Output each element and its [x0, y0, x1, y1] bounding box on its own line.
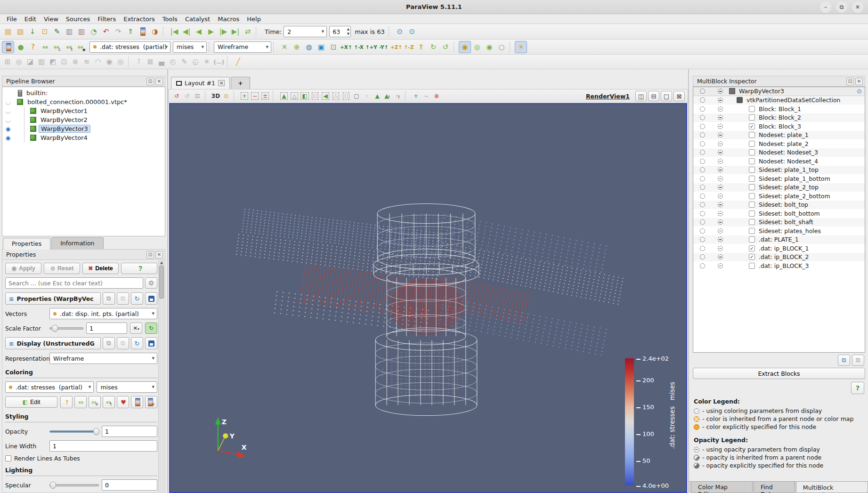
block-row[interactable]: Sideset: bolt_bottom: [693, 209, 865, 218]
tab-information[interactable]: Information: [51, 237, 103, 249]
menu-item[interactable]: Sources: [62, 15, 94, 24]
close-panel-button[interactable]: ✕: [855, 78, 863, 85]
block-label[interactable]: Nodeset: Nodeset_3: [759, 149, 818, 156]
set-view-minus-y-icon[interactable]: -Y↑: [378, 41, 390, 53]
opacity-inherit-icon[interactable]: [718, 228, 723, 234]
python-calculator-icon[interactable]: {…}: [212, 56, 225, 67]
block-label[interactable]: .dat: PLATE_1: [759, 236, 799, 243]
save-data-icon[interactable]: ↓: [26, 25, 39, 38]
multiblock-root-row[interactable]: WarpByVector3 ⊙: [693, 87, 865, 96]
rescale-data-range-icon[interactable]: ⇔: [39, 41, 51, 53]
warp-by-vector-icon[interactable]: ◠: [92, 56, 104, 67]
opacity-inherit-icon[interactable]: [718, 237, 723, 242]
menu-item[interactable]: File: [3, 15, 21, 24]
block-checkbox[interactable]: [749, 193, 755, 199]
point-tooltip-icon[interactable]: ◦?: [392, 91, 403, 101]
rotate-90-cw-icon[interactable]: ↻: [427, 41, 439, 53]
pipeline-item[interactable]: WarpByVector4: [2, 133, 165, 142]
play-backward-icon[interactable]: ◀: [193, 25, 205, 38]
color-inherit-icon[interactable]: [700, 211, 705, 216]
load-state-icon[interactable]: ⇑: [124, 25, 137, 38]
plot-over-time-icon[interactable]: ◴: [167, 56, 178, 67]
block-label[interactable]: Sideset: bolt_shaft: [759, 218, 813, 226]
rescale-custom-range-icon[interactable]: ⇔c: [51, 41, 63, 53]
render-lines-as-tubes-checkbox[interactable]: [5, 455, 11, 461]
opacity-inherit-icon[interactable]: [718, 219, 723, 225]
block-label[interactable]: Block: Block_1: [759, 105, 801, 113]
pipeline-item[interactable]: builtin:: [2, 89, 165, 97]
rescale-temporal-icon[interactable]: ⇔e: [89, 396, 101, 408]
minimize-button[interactable]: –: [820, 1, 831, 13]
block-checkbox[interactable]: [749, 228, 755, 234]
menu-item[interactable]: Filters: [94, 15, 120, 24]
close-tab-icon[interactable]: ✕: [218, 80, 225, 86]
play-icon[interactable]: ▶: [205, 25, 217, 38]
set-view-minus-z-icon[interactable]: ↑-Z: [403, 41, 415, 53]
opacity-inherit-icon[interactable]: [718, 211, 723, 216]
maximize-view-button[interactable]: □: [661, 91, 672, 101]
block-label[interactable]: Block: Block_2: [759, 114, 801, 121]
menu-item[interactable]: Macros: [214, 15, 243, 24]
pipeline-item[interactable]: WarpByVector3: [2, 124, 165, 133]
opacity-inherit-icon[interactable]: [718, 150, 723, 155]
select-cells-on-icon[interactable]: ▲: [278, 91, 289, 101]
block-label[interactable]: .dat: ip_BLOCK_2: [759, 253, 809, 260]
color-legend[interactable]: 2.4e+02 20015010050 4.0e+00 .dat: stress…: [625, 358, 686, 488]
scale-factor-slider[interactable]: [49, 327, 83, 330]
adjust-camera-icon[interactable]: ⊙: [221, 91, 231, 101]
calculator-icon[interactable]: ⊞: [2, 56, 13, 67]
block-row[interactable]: Sideset: bolt_shaft: [693, 218, 865, 227]
clear-selection-icon[interactable]: ⊗: [431, 91, 442, 101]
zoom-closest-to-data-icon[interactable]: ▣: [315, 41, 327, 53]
set-view-minus-x-icon[interactable]: ↑-X: [353, 41, 365, 53]
color-inherit-icon[interactable]: [700, 132, 705, 137]
interaction-mode-3d-icon[interactable]: 3D: [211, 91, 221, 101]
connect-icon[interactable]: ▥: [63, 25, 75, 38]
clip-icon[interactable]: ◪: [24, 56, 36, 67]
block-label[interactable]: Sideset: bolt_bottom: [759, 210, 820, 217]
color-inherit-icon[interactable]: [700, 106, 705, 112]
plot-data-icon[interactable]: ✎: [178, 56, 190, 67]
reset-center-icon[interactable]: ◉: [483, 41, 495, 53]
opacity-inherit-icon[interactable]: [718, 115, 723, 120]
color-map-editor-icon[interactable]: [137, 25, 149, 38]
expand-menu-icon[interactable]: ⊙: [857, 88, 862, 95]
edit-scalar-bar-icon[interactable]: e: [145, 396, 157, 408]
reset-session-icon[interactable]: ↺: [171, 91, 182, 101]
histogram-icon[interactable]: ▄: [156, 56, 167, 67]
representation-combo[interactable]: Wireframe: [214, 41, 271, 53]
block-row[interactable]: Sideset: plate_1_bottom: [693, 174, 865, 183]
reset-to-default-button[interactable]: ✕▾: [130, 323, 142, 334]
display-section-button[interactable]: ≡Display (UnstructuredG: [5, 337, 101, 349]
block-row[interactable]: Nodeset: plate_2: [693, 139, 865, 148]
block-row[interactable]: .dat: ip_BLOCK_2: [693, 253, 865, 262]
reset-display-icon[interactable]: ↺: [182, 91, 192, 101]
block-checkbox[interactable]: [749, 263, 755, 269]
center-axes-visibility-icon[interactable]: ◉: [459, 41, 471, 53]
select-points-through-icon[interactable]: ∷: [309, 91, 320, 101]
redo-icon[interactable]: ↷: [112, 25, 124, 38]
save-icon[interactable]: ▧: [14, 25, 26, 38]
menu-item[interactable]: View: [40, 15, 62, 24]
color-inherit-icon[interactable]: [700, 97, 705, 103]
rescale-custom-icon[interactable]: ?: [60, 396, 73, 408]
choose-preset-icon[interactable]: ♥: [117, 396, 129, 408]
contour-icon[interactable]: ◎: [13, 56, 24, 67]
close-panel-button[interactable]: ✕: [155, 78, 163, 85]
time-combo[interactable]: 2: [284, 26, 327, 37]
recompute-scale-icon[interactable]: ↻: [145, 323, 157, 334]
block-label[interactable]: Nodeset: plate_1: [759, 131, 809, 138]
block-checkbox[interactable]: [749, 210, 755, 217]
block-label[interactable]: Sideset: plate_1_bottom: [759, 175, 830, 182]
last-frame-icon[interactable]: ▶|: [229, 25, 242, 38]
tab-color-map-editor[interactable]: Color Map Editor: [691, 482, 753, 493]
properties-search-input[interactable]: [5, 277, 143, 289]
paste-block-settings-icon[interactable]: ⧉: [852, 355, 864, 366]
rotate-90-ccw-icon[interactable]: ↺: [439, 41, 452, 53]
properties-section-button[interactable]: ≡Properties (WarpByVec: [5, 292, 101, 305]
apply-isometric-view-icon[interactable]: ⇑: [415, 41, 427, 53]
auto-apply-icon[interactable]: ◔: [88, 25, 100, 38]
light-kit-toggle-icon[interactable]: ☀: [515, 41, 527, 53]
opacity-inherit-icon[interactable]: [718, 132, 723, 137]
help-button[interactable]: ?: [851, 382, 864, 394]
